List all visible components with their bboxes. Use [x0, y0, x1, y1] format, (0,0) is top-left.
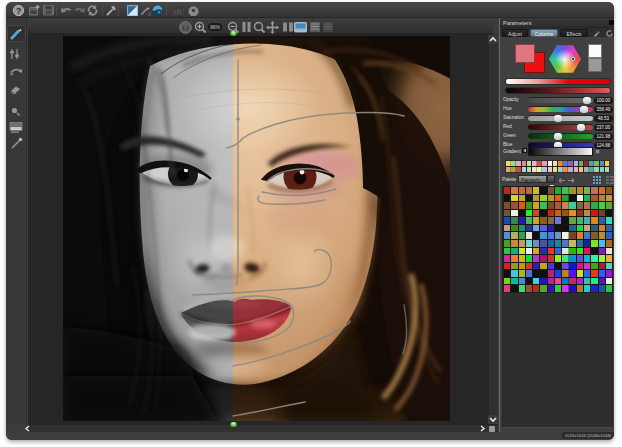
svg-text:1:1: 1:1: [182, 24, 189, 30]
svg-text:?: ?: [15, 5, 20, 15]
